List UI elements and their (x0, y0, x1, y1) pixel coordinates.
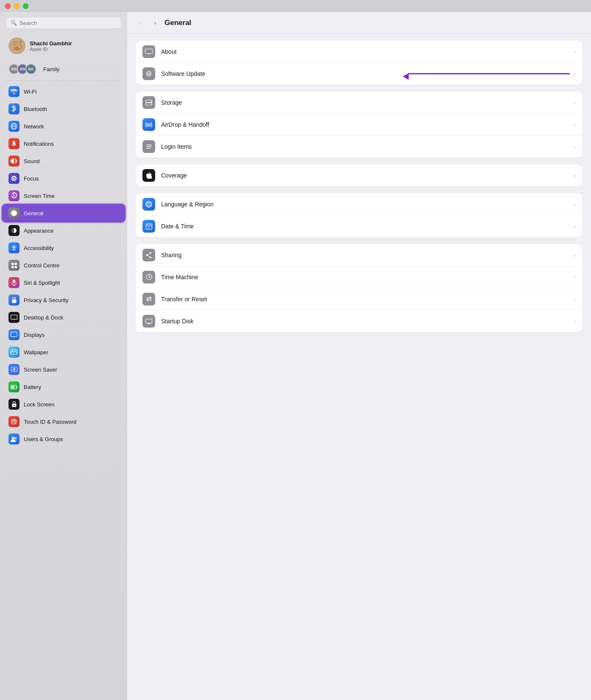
language-icon (142, 198, 155, 211)
search-bar[interactable]: 🔍 (6, 17, 121, 29)
language-chevron: › (574, 201, 576, 208)
screentime-icon (8, 190, 20, 201)
sidebar-item-privacy[interactable]: Privacy & Security (3, 292, 125, 308)
transfer-chevron: › (574, 296, 576, 303)
sidebar-item-users[interactable]: Users & Groups (3, 431, 125, 447)
storage-chevron: › (574, 99, 576, 106)
sidebar-item-siri[interactable]: Siri & Spotlight (3, 274, 125, 291)
general-icon (8, 208, 20, 219)
network-icon (8, 121, 20, 132)
appearance-label: Appearance (24, 228, 53, 234)
settings-row-coverage[interactable]: Coverage› (136, 164, 583, 186)
settings-row-language[interactable]: Language & Region› (136, 193, 583, 215)
content-area: ‹ › General About› Software Update› Stor… (127, 12, 591, 700)
avatar: 🐒 (8, 37, 25, 54)
coverage-chevron: › (574, 172, 576, 179)
loginitems-label: Login Items (161, 143, 568, 150)
startup-chevron: › (574, 318, 576, 325)
displays-label: Displays (24, 332, 45, 338)
screensaver-icon (8, 364, 20, 375)
lockscreen-label: Lock Screen (24, 401, 54, 408)
sidebar-item-displays[interactable]: Displays (3, 326, 125, 343)
maximize-button[interactable] (23, 3, 28, 9)
main-window: 🔍 🐒 Shachi Gambhir Apple ID SG SG SG Fam… (0, 12, 591, 700)
content-body: About› Software Update› Storage› AirDrop… (127, 34, 591, 700)
about-label: About (161, 48, 568, 55)
sharing-icon (142, 249, 155, 261)
datetime-chevron: › (574, 223, 576, 230)
storage-label: Storage (161, 99, 568, 106)
sound-icon (8, 156, 20, 167)
sidebar-item-sound[interactable]: Sound (3, 153, 125, 169)
search-icon: 🔍 (11, 20, 17, 26)
family-avatar-3: SG (25, 64, 36, 75)
settings-row-sharing[interactable]: Sharing› (136, 244, 583, 266)
back-button[interactable]: ‹ (136, 18, 146, 28)
settings-row-about[interactable]: About› (136, 41, 583, 63)
sidebar-divider-1 (6, 81, 121, 81)
sidebar-item-appearance[interactable]: Appearance (3, 222, 125, 239)
sidebar-items-container: Wi-Fi Bluetooth Network Notifications So… (0, 83, 127, 448)
settings-row-storage[interactable]: Storage› (136, 92, 583, 114)
touchid-icon (8, 416, 20, 427)
airdrop-icon (142, 118, 155, 131)
svg-rect-28 (145, 49, 153, 53)
settings-row-startup[interactable]: Startup Disk› (136, 310, 583, 332)
settings-row-software_update[interactable]: Software Update› (136, 63, 583, 85)
sidebar-item-network[interactable]: Network (3, 118, 125, 135)
svg-point-27 (15, 437, 17, 439)
svg-point-41 (148, 201, 150, 207)
svg-point-34 (151, 103, 151, 104)
settings-row-transfer[interactable]: Transfer or Reset› (136, 288, 583, 310)
software_update-label: Software Update (161, 70, 568, 77)
svg-rect-7 (11, 266, 14, 268)
settings-row-timemachine[interactable]: Time Machine› (136, 266, 583, 288)
sidebar: 🔍 🐒 Shachi Gambhir Apple ID SG SG SG Fam… (0, 12, 127, 700)
sidebar-item-focus[interactable]: Focus (3, 170, 125, 187)
svg-point-57 (148, 277, 149, 278)
sidebar-item-touchid[interactable]: Touch ID & Password (3, 413, 125, 430)
datetime-icon: 14 (142, 220, 155, 233)
sidebar-item-screensaver[interactable]: Screen Saver (3, 361, 125, 378)
wallpaper-label: Wallpaper (24, 349, 48, 356)
desktop-label: Desktop & Dock (24, 314, 63, 321)
accessibility-icon (8, 242, 20, 253)
sidebar-item-controlcentre[interactable]: Control Centre (3, 257, 125, 274)
search-input[interactable] (20, 20, 117, 26)
content-header: ‹ › General (127, 12, 591, 34)
settings-row-datetime[interactable]: 14 Date & Time› (136, 215, 583, 237)
sidebar-item-notifications[interactable]: Notifications (3, 135, 125, 152)
sidebar-item-lockscreen[interactable]: Lock Screen (3, 396, 125, 413)
loginitems-icon (142, 140, 155, 153)
forward-button[interactable]: › (150, 18, 160, 28)
svg-rect-5 (11, 263, 14, 265)
sidebar-item-screentime[interactable]: Screen Time (3, 187, 125, 204)
sidebar-item-desktop[interactable]: Desktop & Dock (3, 309, 125, 326)
software_update-chevron: › (574, 70, 576, 77)
svg-point-51 (150, 256, 151, 258)
user-name: Shachi Gambhir (30, 40, 72, 47)
datetime-label: Date & Time (161, 223, 568, 230)
family-item[interactable]: SG SG SG Family (3, 60, 125, 78)
settings-group-group2: Storage› AirDrop & Handoff› Login Items› (136, 92, 583, 158)
sidebar-item-general[interactable]: General (3, 205, 125, 222)
settings-row-loginitems[interactable]: Login Items› (136, 136, 583, 158)
user-info: Shachi Gambhir Apple ID (30, 40, 72, 52)
notifications-icon (8, 138, 20, 149)
close-button[interactable] (5, 3, 11, 9)
appearance-icon (8, 225, 20, 236)
sidebar-item-wifi[interactable]: Wi-Fi (3, 83, 125, 100)
user-profile[interactable]: 🐒 Shachi Gambhir Apple ID (3, 33, 125, 58)
notifications-label: Notifications (24, 141, 54, 147)
minimize-button[interactable] (14, 3, 20, 9)
airdrop-label: AirDrop & Handoff (161, 121, 568, 128)
sharing-label: Sharing (161, 252, 568, 258)
sidebar-item-accessibility[interactable]: Accessibility (3, 239, 125, 256)
sidebar-item-battery[interactable]: Battery (3, 378, 125, 395)
sidebar-item-wallpaper[interactable]: Wallpaper (3, 344, 125, 361)
wifi-label: Wi-Fi (24, 89, 36, 95)
coverage-icon (142, 169, 155, 182)
sidebar-item-bluetooth[interactable]: Bluetooth (3, 100, 125, 117)
settings-row-airdrop[interactable]: AirDrop & Handoff› (136, 114, 583, 136)
focus-label: Focus (24, 175, 39, 182)
